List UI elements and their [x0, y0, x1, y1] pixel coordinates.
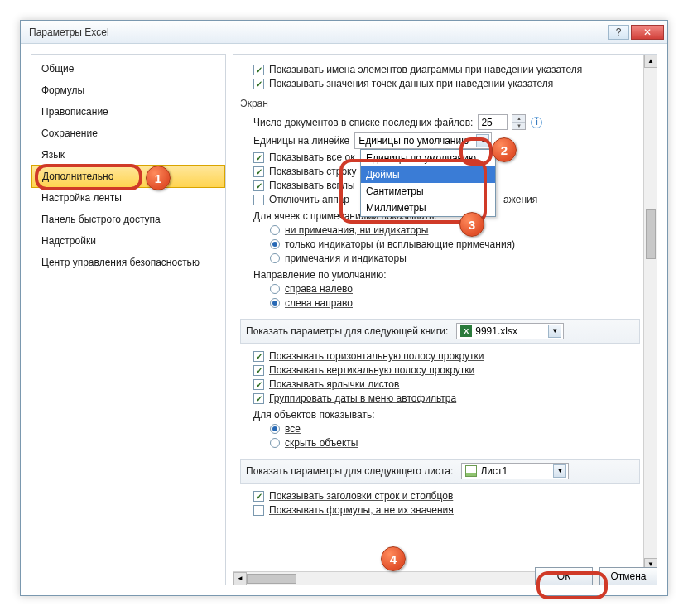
label-recent-docs: Число документов в списке последних файл… — [253, 117, 473, 128]
check-formulas[interactable] — [253, 505, 264, 516]
close-icon: ✕ — [643, 26, 652, 38]
nav-qat[interactable]: Панель быстрого доступа — [31, 209, 225, 230]
opt-default[interactable]: Единицы по умолчанию — [361, 150, 495, 166]
annotation-badge-1: 1 — [146, 166, 171, 190]
spinner-recent-docs[interactable]: ▲▼ — [512, 114, 526, 130]
section-workbook: Показать параметры для следующей книги: … — [240, 319, 640, 344]
window-title: Параметры Excel — [29, 26, 606, 38]
radio-comments-both[interactable] — [270, 253, 280, 263]
help-icon: ? — [616, 26, 622, 38]
label-objects-hide: скрыть объекты — [285, 437, 358, 449]
label-ruler-units: Единицы на линейке — [253, 135, 349, 147]
check-chart-names[interactable] — [253, 65, 264, 75]
opt-centimeters[interactable]: Сантиметры — [361, 183, 495, 200]
label-objects-all: все — [285, 423, 301, 435]
check-hscroll[interactable] — [253, 351, 264, 362]
content-panel: Показывать имена элементов диаграммы при… — [233, 54, 657, 585]
radio-objects-hide[interactable] — [270, 438, 280, 448]
label-datapoint-values: Показывать значения точек данных при нав… — [269, 78, 553, 89]
label-comments-indicator: только индикаторы (и всплывающие примеча… — [285, 238, 515, 250]
label-formulas: Показывать формулы, а не их значения — [269, 504, 454, 516]
opt-inches[interactable]: Дюймы — [361, 166, 495, 183]
label-comments-none: ни примечания, ни индикаторы — [285, 224, 428, 236]
nav-ribbon[interactable]: Настройка ленты — [31, 187, 225, 209]
nav-addins[interactable]: Надстройки — [31, 230, 225, 252]
input-recent-docs[interactable] — [478, 114, 508, 130]
nav-proofing[interactable]: Правописание — [31, 101, 225, 123]
annotation-badge-4: 4 — [381, 546, 406, 571]
nav-language[interactable]: Язык — [31, 144, 225, 166]
label-sheet-tabs: Показывать ярлычки листов — [269, 378, 399, 390]
sheet-icon — [465, 465, 477, 477]
chevron-down-icon[interactable]: ▼ — [553, 464, 566, 478]
label-chart-names: Показывать имена элементов диаграммы при… — [269, 64, 582, 75]
nav-general[interactable]: Общие — [31, 58, 225, 79]
combo-ruler-units[interactable]: Единицы по умолчанию ▼ — [354, 132, 492, 149]
chevron-down-icon[interactable]: ▼ — [548, 325, 561, 338]
titlebar: Параметры Excel ? ✕ — [21, 21, 667, 44]
label-hw-accel: Отключить аппар — [269, 194, 349, 205]
section-screen: Экран — [240, 98, 640, 109]
nav-save[interactable]: Сохранение — [31, 123, 225, 144]
combo-sheet-value: Лист1 — [480, 465, 550, 477]
label-vscroll: Показывать вертикальную полосу прокрутки — [269, 364, 474, 376]
label-all-windows: Показывать все ок — [269, 152, 354, 163]
radio-ltr[interactable] — [270, 298, 280, 308]
combo-sheet[interactable]: Лист1 ▼ — [461, 463, 569, 479]
ok-button[interactable]: ОК — [535, 567, 593, 585]
info-icon[interactable]: i — [531, 117, 542, 128]
check-all-windows[interactable] — [253, 152, 264, 163]
check-tooltips[interactable] — [253, 180, 264, 191]
annotation-badge-3: 3 — [459, 212, 484, 237]
excel-icon: X — [460, 325, 472, 337]
check-headers[interactable] — [253, 491, 264, 502]
nav-advanced[interactable]: Дополнительно — [31, 165, 225, 188]
scroll-thumb[interactable] — [646, 209, 656, 259]
label-direction-header: Направление по умолчанию: — [253, 269, 640, 281]
dropdown-ruler-units: Единицы по умолчанию Дюймы Сантиметры Ми… — [360, 149, 496, 217]
annotation-badge-2: 2 — [492, 137, 517, 162]
nav-trust[interactable]: Центр управления безопасностью — [31, 252, 225, 273]
label-ltr: слева направо — [285, 297, 353, 309]
label-sheet-section: Показать параметры для следующего листа: — [246, 465, 453, 477]
scroll-up-icon[interactable]: ▲ — [644, 55, 657, 68]
category-sidebar: Общие Формулы Правописание Сохранение Яз… — [31, 54, 226, 585]
combo-ruler-value: Единицы по умолчанию — [358, 135, 473, 147]
check-sheet-tabs[interactable] — [253, 379, 264, 390]
label-rtl: справа налево — [285, 283, 353, 295]
radio-comments-indicator[interactable] — [270, 239, 280, 249]
dialog-footer: ОК Отмена — [535, 567, 657, 585]
label-hscroll: Показывать горизонтальную полосу прокрут… — [269, 350, 484, 362]
check-hw-accel[interactable] — [253, 195, 264, 205]
radio-rtl[interactable] — [270, 284, 280, 294]
section-sheet: Показать параметры для следующего листа:… — [240, 459, 640, 484]
label-formula-bar: Показывать строку — [269, 166, 356, 177]
combo-workbook-value: 9991.xlsx — [475, 325, 545, 337]
radio-objects-all[interactable] — [270, 424, 280, 434]
check-vscroll[interactable] — [253, 365, 264, 376]
label-tooltips: Показывать всплы — [269, 180, 355, 191]
label-comments-both: примечания и индикаторы — [285, 253, 407, 264]
label-headers: Показывать заголовки строк и столбцов — [269, 490, 453, 502]
label-hw-accel-suffix: ажения — [503, 194, 537, 205]
cancel-button[interactable]: Отмена — [599, 567, 657, 585]
options-dialog: Параметры Excel ? ✕ Общие Формулы Правоп… — [20, 20, 668, 596]
nav-formulas[interactable]: Формулы — [31, 79, 225, 101]
help-button[interactable]: ? — [608, 25, 629, 40]
combo-workbook[interactable]: X 9991.xlsx ▼ — [456, 323, 564, 339]
radio-comments-none[interactable] — [270, 225, 280, 235]
label-objects-header: Для объектов показывать: — [253, 409, 640, 421]
check-group-dates[interactable] — [253, 393, 264, 404]
vertical-scrollbar[interactable]: ▲ ▼ — [643, 55, 657, 571]
label-workbook-section: Показать параметры для следующей книги: — [246, 325, 448, 337]
scroll-thumb-h[interactable] — [247, 574, 296, 584]
label-group-dates: Группировать даты в меню автофильтра — [269, 392, 456, 404]
check-datapoint-values[interactable] — [253, 79, 264, 89]
close-button[interactable]: ✕ — [631, 25, 664, 40]
scroll-left-icon[interactable]: ◄ — [233, 572, 247, 585]
chevron-down-icon[interactable]: ▼ — [476, 134, 489, 147]
check-formula-bar[interactable] — [253, 166, 264, 177]
